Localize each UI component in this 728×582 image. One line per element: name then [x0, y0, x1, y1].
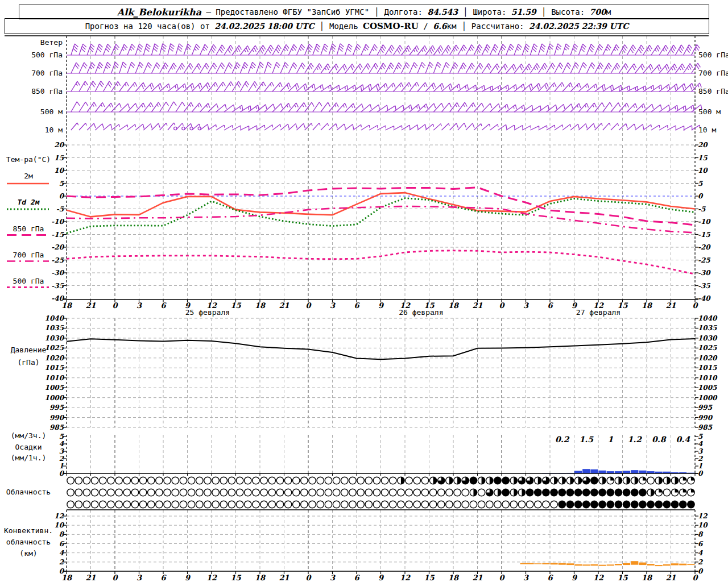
- precip-3h-amount: 1.2: [628, 435, 643, 444]
- precip-3h-amount: 0.8: [652, 435, 667, 444]
- header-segment: Модель: [329, 22, 363, 31]
- wind-level-label-500m-right: 500 м: [698, 107, 721, 116]
- svg-text:1000: 1000: [698, 394, 718, 402]
- svg-text:1035: 1035: [45, 324, 64, 332]
- x-axis-labels: 1821036912151821036912151821036912151821…: [61, 301, 699, 582]
- svg-text:21: 21: [85, 573, 96, 582]
- svg-text:21: 21: [665, 573, 676, 582]
- svg-text:9: 9: [572, 573, 578, 582]
- precipitation-panel: 0.21.511.20.80.4: [542, 435, 694, 473]
- header-segment: 24.02.2025 18:00 UTC: [214, 22, 314, 31]
- svg-text:4: 4: [698, 440, 703, 448]
- svg-text:-40: -40: [698, 294, 711, 302]
- header-segment: Долгота:: [384, 7, 428, 16]
- svg-text:1020: 1020: [698, 354, 718, 362]
- temp-legend-850hpa: 850 гПа: [1, 225, 56, 233]
- svg-text:6: 6: [354, 301, 360, 310]
- header-line-1: Alk_Belokurikha — Предоставлено ФГБУ "За…: [19, 5, 709, 19]
- svg-text:3: 3: [136, 301, 142, 310]
- svg-text:12: 12: [698, 512, 708, 520]
- svg-text:0: 0: [698, 192, 704, 200]
- precip-3h-amount: 1.5: [580, 435, 594, 444]
- svg-text:-5: -5: [56, 205, 64, 213]
- svg-text:4: 4: [698, 549, 703, 557]
- temp-legend-700hpa: 700 гПа: [1, 251, 56, 259]
- svg-text:-35: -35: [698, 282, 710, 290]
- precip-3h-amount: 0.2: [555, 435, 570, 444]
- precip-unit-1h: (мм/1ч.): [1, 454, 56, 462]
- temp-legend-td2m: Td 2м: [1, 198, 56, 206]
- header-segment: — Предоставлено ФГБУ "ЗапСиб УГМС": [201, 7, 369, 16]
- svg-text:1005: 1005: [45, 384, 64, 392]
- header-segment: │: [320, 22, 324, 31]
- header-segment: Рассчитано:: [471, 22, 529, 31]
- svg-text:1010: 1010: [45, 374, 65, 382]
- svg-text:2: 2: [698, 558, 704, 566]
- header-segment: 84.543: [427, 7, 458, 16]
- svg-text:10: 10: [698, 521, 708, 529]
- svg-text:4: 4: [59, 440, 64, 448]
- wind-level-label-850hpa: 850 гПа: [0, 87, 63, 95]
- header-segment: │: [463, 7, 468, 16]
- wind-level-label-500m: 500 м: [0, 107, 63, 116]
- pressure-panel-title: Давление: [1, 346, 56, 354]
- svg-text:995: 995: [49, 404, 64, 411]
- svg-text:0: 0: [112, 573, 118, 582]
- svg-text:18: 18: [642, 301, 653, 310]
- svg-text:18: 18: [61, 301, 73, 310]
- wind-level-label-700hpa-right: 700 гПа: [698, 69, 728, 77]
- cloudiness-panel-title: Облачность: [1, 488, 56, 496]
- svg-text:995: 995: [698, 404, 713, 411]
- svg-text:-15: -15: [698, 231, 710, 239]
- wind-level-label-10m: 10 м: [0, 126, 63, 134]
- svg-text:0: 0: [112, 301, 118, 310]
- svg-text:0: 0: [499, 573, 505, 582]
- header-segment: Прогноз на 120 часа(ов) от: [85, 22, 215, 31]
- header-segment: COSMO-RU: [363, 21, 419, 31]
- svg-text:990: 990: [49, 414, 65, 422]
- svg-text:2: 2: [698, 455, 704, 463]
- wind-level-label-10m-right: 10 м: [698, 126, 716, 134]
- svg-text:6: 6: [698, 540, 704, 548]
- header-segment: Широта:: [473, 7, 511, 16]
- svg-text:18: 18: [642, 573, 653, 582]
- svg-text:15: 15: [424, 573, 435, 582]
- svg-text:6: 6: [547, 301, 553, 310]
- cloudiness-panel: [67, 477, 694, 508]
- header-segment: 51.59: [511, 7, 536, 16]
- svg-text:10: 10: [698, 167, 708, 174]
- svg-text:-30: -30: [51, 269, 64, 277]
- svg-text:1040: 1040: [45, 314, 65, 322]
- header-segment: /: [419, 22, 433, 31]
- svg-text:8: 8: [698, 530, 704, 538]
- svg-text:-20: -20: [698, 243, 711, 251]
- svg-text:-10: -10: [698, 218, 711, 226]
- meteogram-page: 0.21.511.20.80.42020151510105500-5-5-10-…: [0, 0, 728, 582]
- date-label: 26 февраля: [399, 308, 443, 317]
- header-segment: 6.6: [433, 22, 446, 31]
- svg-text:20: 20: [54, 141, 64, 149]
- svg-text:21: 21: [472, 573, 482, 582]
- svg-text:0: 0: [698, 469, 704, 477]
- header-line-2: Прогноз на 120 часа(ов) от 24.02.2025 18…: [5, 18, 709, 34]
- svg-text:18: 18: [448, 573, 460, 582]
- header-segment: Высота:: [551, 7, 589, 16]
- svg-text:1025: 1025: [698, 344, 717, 352]
- svg-text:6: 6: [547, 573, 553, 582]
- svg-text:985: 985: [49, 423, 64, 431]
- wind-panel-title: Ветер: [0, 38, 63, 47]
- header-segment: │: [374, 7, 379, 16]
- svg-text:1030: 1030: [45, 334, 65, 342]
- svg-text:9: 9: [378, 573, 384, 582]
- svg-text:0: 0: [692, 301, 698, 310]
- svg-text:6: 6: [160, 301, 167, 310]
- svg-text:21: 21: [279, 573, 289, 582]
- svg-text:1030: 1030: [698, 334, 718, 342]
- temp-legend-500hpa: 500 гПа: [1, 277, 56, 285]
- wind-level-label-500hpa: 500 гПа: [0, 51, 63, 59]
- wind-panel: [67, 44, 702, 131]
- wind-level-label-500hpa-right: 500 гПа: [698, 51, 728, 59]
- header-segment: Alk_Belokurikha: [117, 7, 201, 18]
- svg-text:21: 21: [472, 301, 482, 310]
- svg-text:18: 18: [255, 573, 266, 582]
